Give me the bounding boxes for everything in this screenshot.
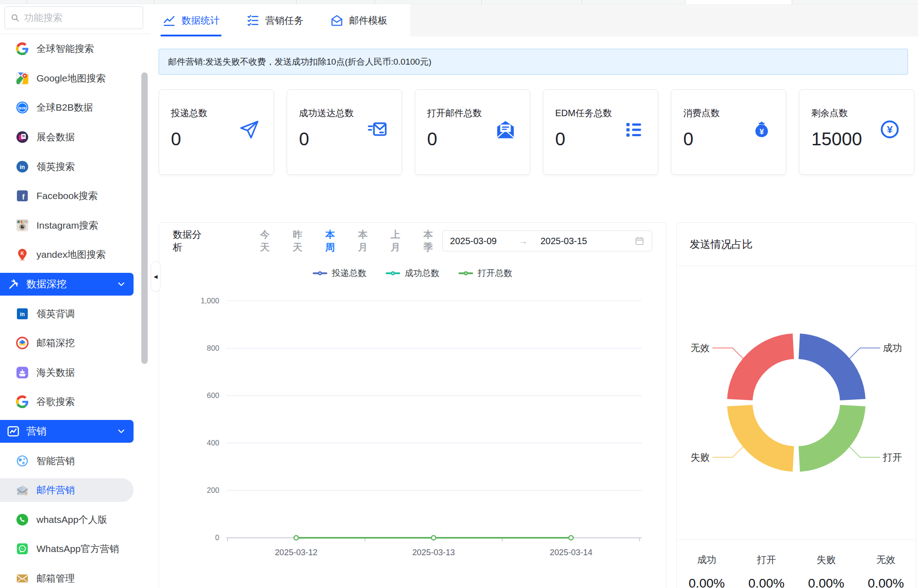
charts-row: 数据分析 今天 昨天 本周 本月 上月 本季 2025-03-09 → [159,222,916,588]
tab-band: 数据统计 营销任务 邮件模板 [150,4,918,36]
donut-chart: 成功 无效 失败 打开 [677,266,916,539]
sidebar-item-label: 邮箱深挖 [36,337,75,349]
tab-label: 营销任务 [265,14,304,27]
sidebar-collapse-button[interactable]: ◀ [151,261,160,291]
svg-text:800: 800 [207,344,219,352]
svg-text:0: 0 [215,533,219,542]
date-range-start[interactable]: 2025-03-09 [450,236,496,246]
send-ratio-card: 发送情况占比 [676,222,916,588]
stat-card-opened-total: 打开邮件总数 0 [415,89,530,175]
filter-this-week[interactable]: 本周 [325,228,345,254]
date-range-picker[interactable]: 2025-03-09 → 2025-03-15 [442,230,652,251]
filter-last-month[interactable]: 上月 [391,228,410,254]
tab-data-statistics[interactable]: 数据统计 [162,4,220,36]
sidebar-item-yandex-maps-search[interactable]: K yandex地图搜索 [0,240,150,270]
tab-email-templates[interactable]: 邮件模板 [330,4,387,36]
legend-label: 打开总数 [478,267,512,279]
stat-card-label: 剩余点数 [811,107,848,119]
sidebar-item-mailbox-management[interactable]: 邮箱管理 [0,564,150,588]
stat-card-success-total: 成功送达总数 0 [287,89,402,175]
stat-card-edm-tasks-total: EDM任务总数 0 [543,89,658,175]
sidebar-scrollbar[interactable] [141,72,148,364]
filter-this-quarter[interactable]: 本季 [423,228,443,254]
legend-label: 投递总数 [332,267,366,279]
filter-this-month[interactable]: 本月 [358,228,377,254]
top-strip [0,0,918,4]
stat-card-value: 0 [171,129,181,149]
linkedin-icon: in [15,160,29,174]
tab-bar: 数据统计 营销任务 邮件模板 [150,4,410,36]
sidebar-item-google-maps-search[interactable]: Google地图搜索 [0,64,150,93]
filter-yesterday[interactable]: 昨天 [293,228,312,254]
sidebar-section-label: 数据深挖 [26,277,67,291]
stat-label: 成功 [677,553,737,566]
email-manage-icon [15,572,29,585]
sidebar-item-global-b2b-data[interactable]: B2B 全球B2B数据 [0,93,150,123]
sidebar-item-email-marketing[interactable]: @ 邮件营销 [0,478,134,502]
stat-card-label: EDM任务总数 [555,107,612,119]
stat-value: 0.00% [856,576,916,588]
sidebar-item-whatsapp-personal[interactable]: whatsApp个人版 [0,505,150,535]
sidebar-section-label: 营销 [26,424,46,438]
svg-text:¥: ¥ [887,123,893,135]
open-mail-icon [494,118,517,141]
svg-text:2025-03-13: 2025-03-13 [412,547,455,557]
svg-text:K: K [21,251,24,256]
sidebar-item-instagram-search[interactable]: Instagram搜索 [0,211,150,240]
sidebar-item-global-smart-search[interactable]: 全球智能搜索 [0,34,150,64]
sidebar-section-marketing-bar[interactable]: 营销 [0,420,134,443]
linkedin-square-icon: in [15,307,29,321]
sidebar-item-label: yandex地图搜索 [36,248,106,261]
sidebar-item-mailbox-dig[interactable]: 邮箱深挖 [0,328,150,358]
search-input[interactable] [24,12,148,23]
legend-item-open[interactable]: 打开总数 [459,267,512,279]
legend-item-success[interactable]: 成功总数 [386,267,439,279]
chart-legend: 投递总数 成功总数 打开总数 [173,267,652,279]
chevron-down-icon [116,279,126,289]
money-bag-icon: ¥ [750,118,773,141]
sidebar-item-whatsapp-official[interactable]: WhatsApp官方营销 [0,534,150,564]
smart-marketing-icon [15,454,29,468]
facebook-icon: f [15,189,29,203]
calendar-icon [634,236,645,246]
sidebar-item-linkedin-search[interactable]: in 领英搜索 [0,152,150,181]
search-box[interactable] [5,6,143,29]
exhibition-data-icon [15,130,29,144]
analysis-title: 数据分析 [173,228,211,254]
sidebar-section-data-mining-bar[interactable]: 数据深挖 [0,273,134,296]
stat-success: 成功 0.00% [677,553,737,588]
b2b-icon: B2B [15,101,29,114]
sidebar-item-linkedin-background-check[interactable]: in 领英背调 [0,299,150,328]
pricing-info-banner: 邮件营销:发送失败不收费，发送成功扣除10点(折合人民币:0.0100元) [159,49,908,75]
sidebar-item-label: 海关数据 [36,366,75,379]
whatsapp-square-icon [15,542,29,556]
pickaxe-icon [6,277,20,291]
date-range-end[interactable]: 2025-03-15 [541,236,587,246]
stat-invalid: 无效 0.00% [856,553,916,588]
mailbox-dig-icon [15,336,29,350]
stat-value: 0.00% [796,576,856,588]
legend-item-delivered[interactable]: 投递总数 [313,267,366,279]
filter-today[interactable]: 今天 [260,228,279,254]
sidebar-item-exhibition-data[interactable]: 展会数据 [0,123,150,152]
search-icon [10,13,20,22]
sidebar-item-facebook-search[interactable]: f Facebook搜索 [0,181,150,211]
sidebar-item-customs-data[interactable]: 海关数据 [0,358,150,388]
stat-cards-row: 投递总数 0 成功送达总数 0 打开邮件总数 0 EDM任务总数 0 [159,89,918,175]
svg-text:2025-03-14: 2025-03-14 [550,547,593,557]
svg-text:成功: 成功 [883,343,902,353]
stat-card-value: 0 [427,129,437,149]
sidebar-item-label: 谷歌搜索 [36,395,75,408]
sidebar-item-label: 全球B2B数据 [36,101,93,114]
svg-text:1,000: 1,000 [201,297,219,305]
legend-marker-delivered [313,272,327,274]
stat-card-value: 0 [555,129,565,149]
stat-card-value: 0 [299,129,309,149]
google-icon [15,42,29,56]
stat-value: 0.00% [737,576,796,588]
tab-marketing-tasks[interactable]: 营销任务 [246,4,304,36]
sidebar-item-smart-marketing[interactable]: 智能营销 [0,446,150,476]
sidebar-item-label: WhatsApp官方营销 [36,542,119,555]
arrow-right-icon: → [519,236,528,246]
sidebar-item-google-search[interactable]: 谷歌搜索 [0,387,150,417]
